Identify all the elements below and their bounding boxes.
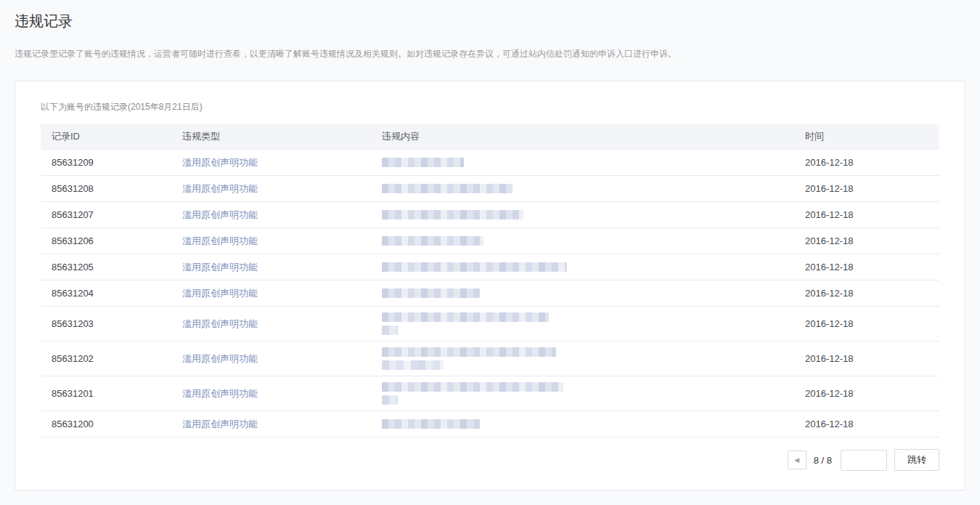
column-header-record-id: 记录ID: [41, 124, 171, 150]
table-row: 85631203滥用原创声明功能2016-12-18: [41, 307, 939, 342]
record-id-cell: 85631206: [41, 228, 171, 254]
violation-content-cell: [371, 228, 794, 254]
violation-type-link[interactable]: 滥用原创声明功能: [182, 183, 258, 194]
violation-type-link[interactable]: 滥用原创声明功能: [182, 235, 258, 246]
record-id-cell: 85631202: [41, 342, 171, 376]
previous-page-button[interactable]: ◀: [788, 451, 807, 469]
date-cell: 2016-12-18: [794, 176, 939, 202]
table-header: 记录ID 违规类型 违规内容 时间: [41, 124, 939, 150]
redacted-content-block: [382, 382, 563, 392]
violation-content-cell: [371, 376, 794, 411]
record-id-cell: 85631205: [41, 254, 171, 280]
record-id-cell: 85631207: [41, 202, 171, 228]
violation-type-link[interactable]: 滥用原创声明功能: [182, 262, 258, 272]
table-row: 85631200滥用原创声明功能2016-12-18: [41, 411, 939, 437]
date-cell: 2016-12-18: [794, 342, 939, 376]
page: 违规记录 违规记录里记录了账号的违规情况，运营者可随时进行查看，以更清晰了解账号…: [0, 0, 980, 490]
column-header-violation-content: 违规内容: [371, 124, 794, 150]
record-id-cell: 85631201: [41, 376, 171, 411]
redacted-content-block: [382, 288, 480, 298]
violation-type-link[interactable]: 滥用原创声明功能: [182, 157, 258, 168]
date-cell: 2016-12-18: [794, 280, 939, 307]
violation-type-cell: 滥用原创声明功能: [171, 228, 371, 254]
chevron-left-icon: ◀: [794, 457, 799, 464]
redacted-content-block: [382, 347, 556, 357]
date-cell: 2016-12-18: [794, 228, 939, 254]
violation-type-cell: 滥用原创声明功能: [171, 280, 371, 307]
violation-table-body: 85631209滥用原创声明功能2016-12-1885631208滥用原创声明…: [41, 150, 939, 437]
date-cell: 2016-12-18: [794, 150, 939, 176]
violation-content-cell: [371, 150, 794, 176]
violation-type-link[interactable]: 滥用原创声明功能: [182, 388, 258, 399]
table-row: 85631209滥用原创声明功能2016-12-18: [41, 150, 939, 176]
redacted-content-block: [382, 210, 523, 219]
violation-type-link[interactable]: 滥用原创声明功能: [182, 353, 258, 364]
violation-type-link[interactable]: 滥用原创声明功能: [182, 318, 258, 329]
violation-type-cell: 滥用原创声明功能: [171, 376, 371, 411]
redacted-content-block: [382, 312, 549, 322]
record-id-cell: 85631200: [41, 411, 171, 437]
redacted-content-block: [382, 419, 480, 429]
violation-type-link[interactable]: 滥用原创声明功能: [182, 209, 258, 220]
violation-type-cell: 滥用原创声明功能: [171, 411, 371, 437]
column-header-time: 时间: [794, 124, 939, 150]
violation-type-cell: 滥用原创声明功能: [171, 202, 371, 228]
redacted-content-block: [382, 360, 444, 370]
redacted-content-block: [382, 262, 567, 272]
violation-type-link[interactable]: 滥用原创声明功能: [182, 419, 258, 429]
table-row: 85631201滥用原创声明功能2016-12-18: [41, 376, 939, 411]
record-id-cell: 85631209: [41, 150, 171, 176]
page-title: 违规记录: [15, 12, 965, 31]
violation-records-card: 以下为账号的违规记录(2015年8月21日后) 记录ID 违规类型 违规内容 时…: [15, 81, 965, 490]
jump-button[interactable]: 跳转: [894, 449, 939, 471]
violation-content-cell: [371, 307, 794, 342]
table-row: 85631205滥用原创声明功能2016-12-18: [41, 254, 939, 280]
violation-type-cell: 滥用原创声明功能: [171, 342, 371, 376]
table-row: 85631204滥用原创声明功能2016-12-18: [41, 280, 939, 307]
violation-content-cell: [371, 254, 794, 280]
violation-records-table: 记录ID 违规类型 违规内容 时间 85631209滥用原创声明功能2016-1…: [41, 124, 939, 437]
violation-type-cell: 滥用原创声明功能: [171, 307, 371, 342]
date-cell: 2016-12-18: [794, 254, 939, 280]
column-header-violation-type: 违规类型: [171, 124, 371, 150]
violation-content-cell: [371, 342, 794, 376]
date-cell: 2016-12-18: [794, 307, 939, 342]
violation-content-cell: [371, 411, 794, 437]
table-row: 85631202滥用原创声明功能2016-12-18: [41, 342, 939, 376]
redacted-content-block: [382, 395, 398, 405]
violation-type-cell: 滥用原创声明功能: [171, 176, 371, 202]
record-id-cell: 85631204: [41, 280, 171, 307]
date-cell: 2016-12-18: [794, 411, 939, 437]
table-row: 85631208滥用原创声明功能2016-12-18: [41, 176, 939, 202]
violation-content-cell: [371, 280, 794, 307]
pagination: ◀ 8 / 8 跳转: [41, 449, 939, 471]
violation-type-cell: 滥用原创声明功能: [171, 150, 371, 176]
redacted-content-block: [382, 326, 398, 335]
date-cell: 2016-12-18: [794, 202, 939, 228]
violation-content-cell: [371, 176, 794, 202]
page-description: 违规记录里记录了账号的违规情况，运营者可随时进行查看，以更清晰了解账号违规情况及…: [15, 47, 965, 60]
records-scope-note: 以下为账号的违规记录(2015年8月21日后): [41, 101, 939, 113]
violation-type-cell: 滥用原创声明功能: [171, 254, 371, 280]
record-id-cell: 85631208: [41, 176, 171, 202]
violation-type-link[interactable]: 滥用原创声明功能: [182, 288, 258, 299]
redacted-content-block: [382, 184, 513, 193]
record-id-cell: 85631203: [41, 307, 171, 342]
redacted-content-block: [382, 158, 464, 167]
violation-content-cell: [371, 202, 794, 228]
page-jump-input[interactable]: [841, 450, 887, 471]
date-cell: 2016-12-18: [794, 376, 939, 411]
table-row: 85631206滥用原创声明功能2016-12-18: [41, 228, 939, 254]
redacted-content-block: [382, 236, 483, 246]
page-indicator: 8 / 8: [814, 455, 832, 466]
table-row: 85631207滥用原创声明功能2016-12-18: [41, 202, 939, 228]
